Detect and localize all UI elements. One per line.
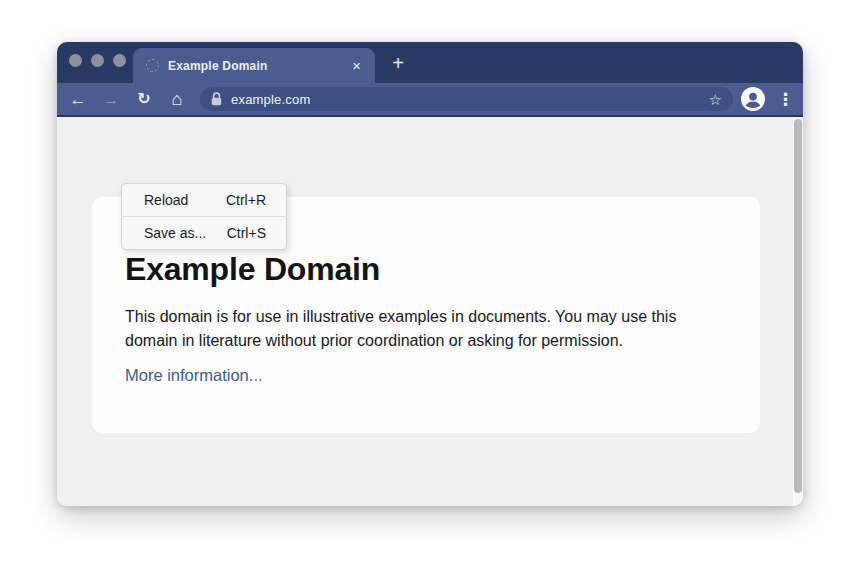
menu-item-label: Save as... xyxy=(144,225,206,241)
globe-favicon-icon xyxy=(146,59,159,72)
reload-icon[interactable]: ↻ xyxy=(134,91,154,107)
new-tab-button[interactable]: + xyxy=(386,48,410,78)
kebab-menu-icon[interactable]: ⋮ xyxy=(777,91,793,108)
tab-close-icon[interactable]: × xyxy=(352,58,361,73)
menu-item-reload[interactable]: Reload Ctrl+R xyxy=(122,184,286,216)
url-text[interactable]: example.com xyxy=(231,92,311,107)
home-icon[interactable]: ⌂ xyxy=(167,90,187,108)
screenshot-stage: Example Domain × + ← → ↻ ⌂ example.com ☆ xyxy=(0,0,860,580)
menu-item-save-as[interactable]: Save as... Ctrl+S xyxy=(122,217,286,249)
context-menu: Reload Ctrl+R Save as... Ctrl+S xyxy=(121,183,287,250)
traffic-light-zoom-button[interactable] xyxy=(113,54,126,67)
menu-item-label: Reload xyxy=(144,192,188,208)
window-controls xyxy=(69,54,126,67)
address-bar[interactable]: example.com ☆ xyxy=(200,87,733,111)
profile-avatar-icon[interactable] xyxy=(741,87,765,111)
scrollbar-thumb[interactable] xyxy=(794,119,802,493)
menu-item-shortcut: Ctrl+R xyxy=(226,192,266,208)
lock-icon xyxy=(211,92,222,106)
menu-item-shortcut: Ctrl+S xyxy=(227,225,266,241)
toolbar: ← → ↻ ⌂ example.com ☆ xyxy=(57,83,803,117)
page-paragraph: This domain is for use in illustrative e… xyxy=(125,305,730,353)
tab-example-domain[interactable]: Example Domain × xyxy=(133,48,375,83)
bookmark-star-icon[interactable]: ☆ xyxy=(709,92,722,107)
browser-window: Example Domain × + ← → ↻ ⌂ example.com ☆ xyxy=(57,42,803,506)
page-viewport: Example Domain This domain is for use in… xyxy=(57,117,803,506)
tab-strip: Example Domain × + xyxy=(57,42,803,83)
more-information-link[interactable]: More information... xyxy=(125,366,263,385)
traffic-light-minimize-button[interactable] xyxy=(91,54,104,67)
scrollbar[interactable] xyxy=(793,117,803,506)
traffic-light-close-button[interactable] xyxy=(69,54,82,67)
forward-icon[interactable]: → xyxy=(101,91,121,108)
page-title: Example Domain xyxy=(125,249,760,289)
tab-title: Example Domain xyxy=(168,59,268,73)
back-icon[interactable]: ← xyxy=(68,91,88,108)
